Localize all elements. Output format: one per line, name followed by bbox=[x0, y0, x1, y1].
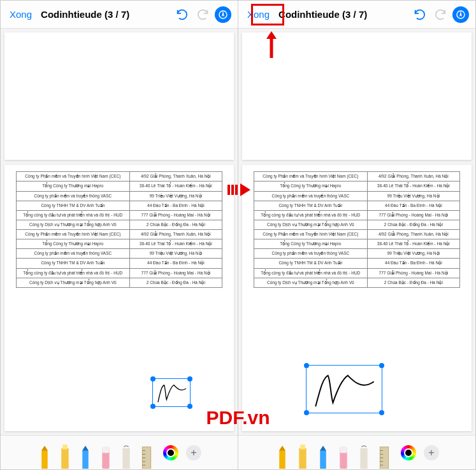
table-row: Công ty phần mềm và truyền thông VASC99 … bbox=[254, 249, 460, 259]
done-button[interactable]: Xong bbox=[245, 8, 272, 21]
lasso-tool[interactable] bbox=[119, 445, 134, 469]
editor-panel-right: Xong Codinhtieude (3 / 7) Công ty Phần m… bbox=[238, 1, 475, 469]
editor-panel-left: Xong Codinhtieude (3 / 7) Công ty Phần m… bbox=[1, 1, 238, 469]
table-row: Công ty phần mềm và truyền thông VASC99 … bbox=[254, 191, 460, 201]
table-row: Tổng Công ty Thương mại Hapro38-40 Lê Th… bbox=[17, 182, 222, 191]
page-preview-main[interactable]: Công ty Phần mềm và Truyền hình Việt Nam… bbox=[242, 165, 472, 431]
table-row: Công ty phần mềm và truyền thông VASC99 … bbox=[17, 191, 222, 201]
markup-toolbar: + bbox=[1, 435, 238, 469]
table-row: Công ty Phần mềm và Truyền hình Việt Nam… bbox=[17, 230, 222, 239]
data-table: Công ty Phần mềm và Truyền hình Việt Nam… bbox=[254, 171, 460, 288]
redo-icon[interactable] bbox=[432, 6, 449, 23]
svg-rect-4 bbox=[102, 446, 109, 453]
done-button[interactable]: Xong bbox=[7, 8, 34, 21]
pencil-tool[interactable] bbox=[78, 445, 93, 469]
table-row: Công ty Dịch vụ Thương mại Tổng hợp Anh … bbox=[254, 220, 460, 229]
eraser-tool[interactable] bbox=[336, 445, 351, 469]
undo-icon[interactable] bbox=[412, 6, 428, 23]
table-row: Công ty phần mềm và truyền thông VASC99 … bbox=[17, 249, 222, 259]
svg-rect-14 bbox=[300, 445, 305, 450]
ruler-tool[interactable] bbox=[377, 445, 392, 469]
svg-rect-5 bbox=[122, 448, 129, 468]
eraser-tool[interactable] bbox=[98, 445, 113, 469]
document-title: Codinhtieude (3 / 7) bbox=[278, 9, 367, 20]
svg-rect-13 bbox=[299, 448, 306, 468]
svg-rect-2 bbox=[62, 445, 68, 450]
data-table: Công ty Phần mềm và Truyền hình Việt Nam… bbox=[16, 171, 222, 288]
table-row: Công ty Phần mềm và Truyền hình Việt Nam… bbox=[17, 172, 222, 182]
svg-rect-17 bbox=[360, 448, 367, 468]
lasso-tool[interactable] bbox=[356, 445, 371, 469]
pen-tool[interactable] bbox=[275, 445, 290, 469]
table-row: Công ty TNHH TM & DV Anh Tuấn44 Đào Tấn … bbox=[17, 201, 222, 210]
redo-icon[interactable] bbox=[194, 6, 211, 23]
table-row: Công ty Dịch vụ Thương mại Tổng hợp Anh … bbox=[254, 278, 460, 287]
color-picker[interactable] bbox=[401, 445, 416, 460]
table-row: Tổng công ty đầu tư và phát triển nhà và… bbox=[17, 268, 222, 278]
table-row: Công ty Phần mềm và Truyền hình Việt Nam… bbox=[254, 172, 460, 182]
markup-icon[interactable] bbox=[452, 6, 469, 23]
table-row: Tổng Công ty Thương mại Hapro38-40 Lê Th… bbox=[17, 239, 222, 249]
table-row: Công ty TNHH TM & DV Anh Tuấn44 Đào Tấn … bbox=[254, 259, 460, 268]
color-picker[interactable] bbox=[163, 445, 178, 460]
table-row: Tổng Công ty Thương mại Hapro38-40 Lê Th… bbox=[254, 239, 460, 249]
undo-icon[interactable] bbox=[174, 6, 191, 23]
document-area[interactable]: Công ty Phần mềm và Truyền hình Việt Nam… bbox=[238, 29, 475, 435]
topbar: Xong Codinhtieude (3 / 7) bbox=[238, 1, 475, 29]
markup-icon[interactable] bbox=[215, 6, 231, 23]
table-row: Công ty Dịch vụ Thương mại Tổng hợp Anh … bbox=[17, 220, 222, 229]
page-preview-top[interactable] bbox=[242, 32, 472, 160]
table-row: Tổng công ty đầu tư và phát triển nhà và… bbox=[254, 268, 460, 278]
table-row: Công ty TNHH TM & DV Anh Tuấn44 Đào Tấn … bbox=[17, 259, 222, 268]
page-preview-top[interactable] bbox=[4, 32, 234, 160]
marker-tool[interactable] bbox=[295, 445, 310, 469]
table-row: Tổng công ty đầu tư và phát triển nhà và… bbox=[17, 210, 222, 220]
marker-tool[interactable] bbox=[57, 445, 73, 469]
add-button[interactable]: + bbox=[186, 445, 201, 460]
pencil-tool[interactable] bbox=[315, 445, 331, 469]
topbar: Xong Codinhtieude (3 / 7) bbox=[1, 1, 238, 29]
document-title: Codinhtieude (3 / 7) bbox=[41, 9, 129, 20]
svg-rect-16 bbox=[340, 446, 347, 453]
page-preview-main[interactable]: Công ty Phần mềm và Truyền hình Việt Nam… bbox=[4, 165, 234, 431]
table-row: Công ty TNHH TM & DV Anh Tuấn44 Đào Tấn … bbox=[254, 201, 460, 210]
svg-rect-1 bbox=[61, 448, 68, 468]
pen-tool[interactable] bbox=[37, 445, 52, 469]
signature-selection[interactable] bbox=[152, 378, 191, 407]
add-button[interactable]: + bbox=[424, 445, 439, 460]
table-row: Công ty Dịch vụ Thương mại Tổng hợp Anh … bbox=[17, 278, 222, 287]
signature-selection[interactable] bbox=[306, 365, 382, 413]
table-row: Công ty Phần mềm và Truyền hình Việt Nam… bbox=[254, 230, 460, 239]
table-row: Tổng công ty đầu tư và phát triển nhà và… bbox=[254, 210, 460, 220]
table-row: Tổng Công ty Thương mại Hapro38-40 Lê Th… bbox=[254, 182, 460, 191]
document-area[interactable]: Công ty Phần mềm và Truyền hình Việt Nam… bbox=[1, 29, 238, 435]
markup-toolbar: + bbox=[238, 435, 475, 469]
ruler-tool[interactable] bbox=[139, 445, 154, 469]
